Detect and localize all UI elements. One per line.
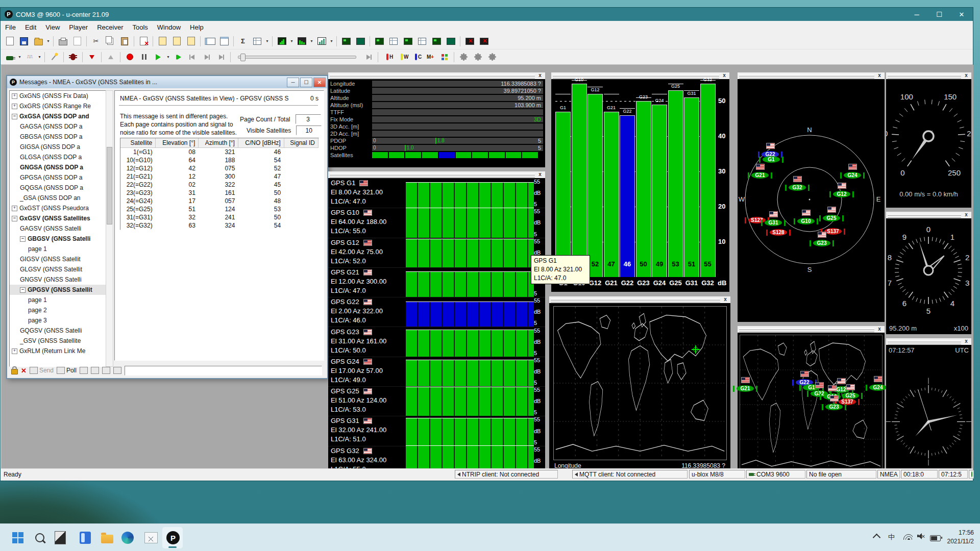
sky-view-close-icon[interactable]: x xyxy=(876,72,883,79)
speed-gauge-grab-bar[interactable]: x xyxy=(886,72,971,80)
tb1-mon-button[interactable] xyxy=(373,35,386,47)
tb2-gear-button[interactable] xyxy=(485,51,499,63)
tb2-thermoW-button[interactable]: W xyxy=(395,51,408,63)
tb2-arru-button[interactable] xyxy=(104,51,117,63)
menu-window[interactable]: Window xyxy=(153,22,185,33)
tree-expander-icon[interactable]: − xyxy=(12,216,17,221)
tb1-pageyellow-button[interactable] xyxy=(156,35,169,47)
taskbar-search-icon[interactable] xyxy=(33,531,47,545)
tray-chevron-icon[interactable] xyxy=(874,533,879,540)
gps-list-grab-bar[interactable]: x xyxy=(328,171,545,179)
tb1-mon-button[interactable] xyxy=(339,35,353,47)
tree-item-glgsv[interactable]: GLGSV (GNSS Satellit xyxy=(10,264,106,274)
mini-map-close-icon[interactable]: x xyxy=(876,326,883,332)
tb1-mon-button[interactable] xyxy=(401,35,414,47)
clock-grab-bar[interactable]: x xyxy=(886,338,971,345)
taskbar-charts-icon[interactable] xyxy=(144,531,158,545)
tree-item-gxgns[interactable]: +GxGNS (GNSS Fix Data) xyxy=(10,91,106,101)
tb1-dropdown-icon[interactable]: ▾ xyxy=(289,36,295,47)
tree-item-gxgsa[interactable]: −GxGSA (GNSS DOP and xyxy=(10,111,106,121)
tree-item-gngsa[interactable]: GNGSA (GNSS DOP a xyxy=(10,162,106,172)
messages-minimize-button[interactable]: ─ xyxy=(287,78,299,87)
tb1-dropdown-icon[interactable]: ▾ xyxy=(45,36,51,47)
view-text-icon[interactable] xyxy=(102,367,110,374)
tb1-tablegrid-button[interactable] xyxy=(387,35,400,47)
tb1-print-button[interactable] xyxy=(56,35,69,47)
menu-tools[interactable]: Tools xyxy=(128,22,152,33)
tb1-folder-button[interactable] xyxy=(32,35,45,47)
message-input[interactable] xyxy=(125,366,322,375)
tree-item-gxgrs[interactable]: +GxGRS (GNSS Range Re xyxy=(10,101,106,111)
data-panel-close-icon[interactable]: x xyxy=(536,72,544,79)
tree-expander-icon[interactable]: − xyxy=(12,114,17,119)
tb2-thermoC-button[interactable]: C xyxy=(409,51,423,63)
tb1-sigma-button[interactable]: Σ xyxy=(236,35,250,47)
tb2-play-button[interactable] xyxy=(152,51,165,63)
menu-player[interactable]: Player xyxy=(64,22,92,33)
title-bar[interactable]: P COM3 @ 9600 - u-center 21.09 ─ ☐ ✕ xyxy=(1,8,973,21)
tree-item-page[interactable]: page 1 xyxy=(10,295,106,305)
maximize-button[interactable]: ☐ xyxy=(928,8,950,21)
tree-item-_gsa[interactable]: _GSA (GNSS DOP an xyxy=(10,193,106,203)
close-button[interactable]: ✕ xyxy=(950,8,973,21)
tb2-stepfwd-button[interactable] xyxy=(362,51,375,63)
tb1-copy-button[interactable] xyxy=(104,35,117,47)
view-hex-icon[interactable] xyxy=(91,367,99,374)
tb1-paste-button[interactable] xyxy=(118,35,131,47)
tb1-chartbars-button[interactable] xyxy=(315,35,328,47)
battery-icon[interactable] xyxy=(930,533,941,541)
volume-muted-icon[interactable]: ✕ xyxy=(917,533,925,539)
tree-item-gbgsa[interactable]: GBGSA (GNSS DOP a xyxy=(10,132,106,142)
tree-item-gxgsv[interactable]: −GxGSV (GNSS Satellites xyxy=(10,213,106,223)
minimize-button[interactable]: ─ xyxy=(905,8,928,21)
send-button[interactable]: Send xyxy=(30,367,54,374)
tb1-page-button[interactable] xyxy=(3,35,16,47)
tree-item-gpgsa[interactable]: GPGSA (GNSS DOP a xyxy=(10,172,106,183)
tb1-mon3-button[interactable] xyxy=(354,35,367,47)
tb2-gear-button[interactable] xyxy=(471,51,484,63)
wifi-icon[interactable] xyxy=(903,533,913,540)
tb2-ffwd-button[interactable] xyxy=(172,51,185,63)
tb1-pagesearch-button[interactable] xyxy=(70,35,84,47)
tree-item-glgsa[interactable]: GLGSA (GNSS DOP a xyxy=(10,152,106,162)
tb2-dropdown-icon[interactable]: ▾ xyxy=(17,52,22,63)
speed-gauge-close-icon[interactable]: x xyxy=(963,72,970,79)
tree-item-gagsv[interactable]: GAGSV (GNSS Satelli xyxy=(10,223,106,234)
message-tree[interactable]: +GxGNS (GNSS Fix Data)+GxGRS (GNSS Range… xyxy=(9,90,106,367)
filter-icon[interactable] xyxy=(80,367,88,374)
level-chart-close-icon[interactable]: x xyxy=(721,72,728,79)
tree-item-page[interactable]: page 3 xyxy=(10,315,106,325)
tb1-monx-button[interactable]: ✕ xyxy=(477,35,491,47)
tree-expander-icon[interactable]: − xyxy=(20,236,26,242)
clock-close-icon[interactable]: x xyxy=(963,338,970,344)
tree-item-gagsa[interactable]: GAGSA (GNSS DOP a xyxy=(10,121,106,132)
taskbar-explorer-icon[interactable] xyxy=(100,531,114,545)
tree-item-gigsv[interactable]: GIGSV (GNSS Satellit xyxy=(10,254,106,264)
tb2-dropdown-icon[interactable]: ▾ xyxy=(37,52,42,63)
menu-file[interactable]: File xyxy=(1,22,20,33)
tb1-chartgreen-button[interactable] xyxy=(275,35,288,47)
map-grab-bar[interactable]: x xyxy=(549,296,730,304)
tb1-monx-button[interactable]: ✕ xyxy=(463,35,476,47)
tree-item-gqgsa[interactable]: GQGSA (GNSS DOP a xyxy=(10,183,106,193)
tb1-pageyellow3-button[interactable] xyxy=(184,35,198,47)
tb2-wand-button[interactable] xyxy=(47,51,61,63)
tree-item-gigsa[interactable]: GIGSA (GNSS DOP a xyxy=(10,142,106,152)
tree-item-page[interactable]: page 2 xyxy=(10,305,106,315)
tree-scrollbar-thumb[interactable] xyxy=(107,147,112,224)
taskbar-ucenter-icon[interactable]: P xyxy=(166,531,180,545)
taskbar-start-icon[interactable] xyxy=(11,531,25,545)
tree-item-gngsv[interactable]: GNGSV (GNSS Satelli xyxy=(10,274,106,285)
menu-help[interactable]: Help xyxy=(185,22,208,33)
map-close-icon[interactable]: x xyxy=(722,296,729,303)
tb2-thermoH-button[interactable]: H xyxy=(381,51,394,63)
altimeter-close-icon[interactable]: x xyxy=(963,212,970,218)
altimeter-grab-bar[interactable]: x xyxy=(886,212,971,219)
tree-expander-icon[interactable]: + xyxy=(12,93,17,99)
tb2-pause-button[interactable] xyxy=(137,51,151,63)
tb1-layout1-button[interactable] xyxy=(203,35,216,47)
script-icon[interactable] xyxy=(113,367,121,374)
tb2-bug-button[interactable] xyxy=(66,51,80,63)
tray-clock[interactable]: 17:56 2021/11/2 xyxy=(947,529,974,546)
tb2-gear-button[interactable] xyxy=(457,51,470,63)
